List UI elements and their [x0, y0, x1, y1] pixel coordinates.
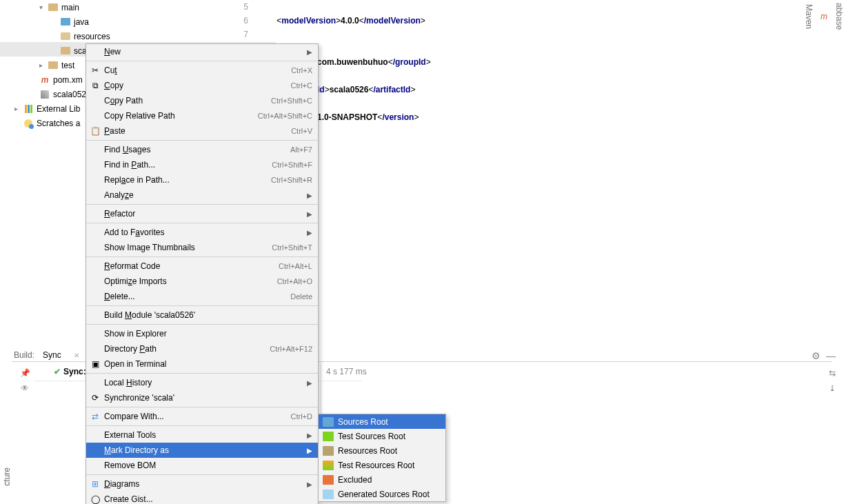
shortcut: Ctrl+Alt+L	[279, 262, 312, 270]
submenu-arrow-icon: ▶	[307, 210, 312, 218]
menu-add-favorites[interactable]: Add to Favorites▶	[86, 225, 318, 240]
shortcut: Ctrl+Alt+O	[277, 277, 312, 285]
tree-label: main	[61, 3, 79, 12]
submenu-arrow-icon: ▶	[307, 48, 312, 56]
tree-item-java[interactable]: java	[12, 14, 150, 29]
shortcut: Alt+F7	[290, 145, 312, 154]
tree-label: scala052	[53, 90, 86, 99]
eye-icon[interactable]: 👁	[21, 383, 29, 393]
soft-wrap-icon[interactable]: ⇆	[829, 368, 836, 378]
expand-icon[interactable]: ▾	[39, 3, 48, 11]
menu-diagrams[interactable]: ⊞Diagrams▶	[86, 476, 318, 492]
menu-analyze[interactable]: Analyze▶	[86, 188, 318, 203]
submenu-excluded[interactable]: Excluded	[319, 472, 445, 487]
tree-label: External Lib	[37, 104, 80, 114]
submenu-generated-sources-root[interactable]: Generated Sources Root	[319, 487, 445, 501]
folder-icon	[60, 46, 71, 57]
cut-icon: ✂	[89, 65, 101, 76]
menu-external-tools[interactable]: External Tools▶	[86, 427, 318, 443]
code-line: 1.0-SNAPSHOT</version>	[317, 110, 431, 124]
line-number: 6	[217, 14, 265, 28]
shortcut: Ctrl+Alt+Shift+C	[258, 112, 312, 120]
submenu-test-sources-root[interactable]: Test Sources Root	[319, 429, 445, 443]
menu-new[interactable]: New▶	[86, 44, 318, 59]
line-number: 7	[217, 28, 265, 41]
folder-generated-icon	[323, 490, 334, 499]
shortcut: Ctrl+Shift+R	[271, 176, 312, 184]
hide-panel-icon[interactable]: —	[826, 350, 836, 361]
database-tab[interactable]: abbase	[834, 3, 844, 30]
menu-show-explorer[interactable]: Show in Explorer	[86, 326, 318, 341]
menu-copy-path[interactable]: Copy PathCtrl+Shift+C	[86, 93, 318, 108]
menu-separator	[86, 223, 318, 223]
maven-tab[interactable]: Maven	[804, 4, 814, 29]
shortcut: Ctrl+X	[291, 66, 312, 74]
menu-copy-relative-path[interactable]: Copy Relative PathCtrl+Alt+Shift+C	[86, 108, 318, 123]
submenu-label: Excluded	[338, 475, 372, 485]
code-line: Id>scala0526</artifactId>	[317, 83, 431, 97]
menu-replace-in-path[interactable]: Replace in Path...Ctrl+Shift+R	[86, 172, 318, 188]
build-sync-tab[interactable]: Sync	[43, 350, 61, 360]
menu-separator	[86, 204, 318, 205]
maven-icon: m	[821, 12, 827, 21]
module-icon	[39, 89, 50, 100]
menu-build-module[interactable]: Build Module 'scala0526'	[86, 308, 318, 323]
submenu-arrow-icon: ▶	[307, 447, 312, 454]
tree-label: test	[61, 61, 74, 70]
menu-find-usages[interactable]: Find UsagesAlt+F7	[86, 142, 318, 157]
folder-icon	[60, 17, 71, 28]
shortcut: Ctrl+V	[291, 127, 312, 135]
submenu-resources-root[interactable]: Resources Root	[319, 443, 445, 458]
submenu-test-resources-root[interactable]: Test Resources Root	[319, 458, 445, 472]
expand-icon[interactable]: ▸	[39, 61, 48, 69]
menu-directory-path[interactable]: Directory PathCtrl+Alt+F12	[86, 341, 318, 356]
tree-item-resources[interactable]: resources	[12, 29, 150, 43]
folder-icon	[48, 60, 59, 71]
folder-icon	[48, 2, 59, 13]
menu-open-terminal[interactable]: ▣Open in Terminal	[86, 356, 318, 372]
gear-icon[interactable]: ⚙	[812, 350, 821, 361]
menu-delete[interactable]: Delete...Delete	[86, 289, 318, 304]
menu-separator	[86, 61, 318, 61]
build-label: Build:	[14, 350, 34, 360]
shortcut: Ctrl+Shift+C	[271, 97, 312, 105]
menu-remove-bom[interactable]: Remove BOM	[86, 458, 318, 473]
menu-local-history[interactable]: Local History▶	[86, 375, 318, 390]
shortcut: Delete	[290, 292, 312, 301]
scratches-icon	[23, 118, 34, 129]
menu-optimize-imports[interactable]: Optimize ImportsCtrl+Alt+O	[86, 274, 318, 289]
menu-paste[interactable]: 📋PasteCtrl+V	[86, 123, 318, 139]
submenu-label: Sources Root	[338, 417, 388, 427]
menu-copy[interactable]: ⧉CopyCtrl+C	[86, 78, 318, 93]
sync-icon: ⟳	[89, 392, 101, 403]
github-icon: ◯	[89, 494, 101, 504]
build-tool-icons: 📌 👁	[15, 368, 34, 393]
menu-find-in-path[interactable]: Find in Path...Ctrl+Shift+F	[86, 157, 318, 172]
menu-compare-with[interactable]: ⇄Compare With...Ctrl+D	[86, 409, 318, 424]
terminal-icon: ▣	[89, 359, 101, 370]
tree-label: resources	[74, 32, 110, 41]
menu-synchronize[interactable]: ⟳Synchronize 'scala'	[86, 390, 318, 405]
menu-separator	[86, 407, 318, 407]
expand-icon[interactable]: ▸	[14, 105, 23, 112]
submenu-label: Test Sources Root	[338, 432, 405, 441]
close-tab-icon[interactable]: ✕	[74, 352, 79, 359]
compare-icon: ⇄	[89, 411, 101, 422]
shortcut: Ctrl+C	[291, 81, 312, 90]
scroll-end-icon[interactable]: ⤓	[829, 383, 836, 393]
menu-cut[interactable]: ✂CutCtrl+X	[86, 63, 318, 78]
menu-mark-directory-as[interactable]: Mark Directory as▶	[86, 443, 318, 458]
pin-icon[interactable]: 📌	[20, 368, 30, 378]
menu-refactor[interactable]: Refactor▶	[86, 206, 318, 221]
folder-excluded-icon	[323, 475, 334, 485]
submenu-sources-root[interactable]: Sources Root	[319, 414, 445, 429]
menu-show-thumbnails[interactable]: Show Image ThumbnailsCtrl+Shift+T	[86, 240, 318, 255]
tree-label: pom.xm	[53, 75, 83, 85]
tree-item-main[interactable]: ▾ main	[12, 0, 150, 14]
shortcut: Ctrl+Alt+F12	[270, 345, 312, 353]
menu-reformat[interactable]: Reformat CodeCtrl+Alt+L	[86, 259, 318, 274]
structure-tab[interactable]: cture	[2, 467, 12, 486]
submenu-label: Resources Root	[338, 446, 397, 456]
menu-create-gist[interactable]: ◯Create Gist...	[86, 492, 318, 504]
check-icon: ✔	[54, 367, 61, 376]
